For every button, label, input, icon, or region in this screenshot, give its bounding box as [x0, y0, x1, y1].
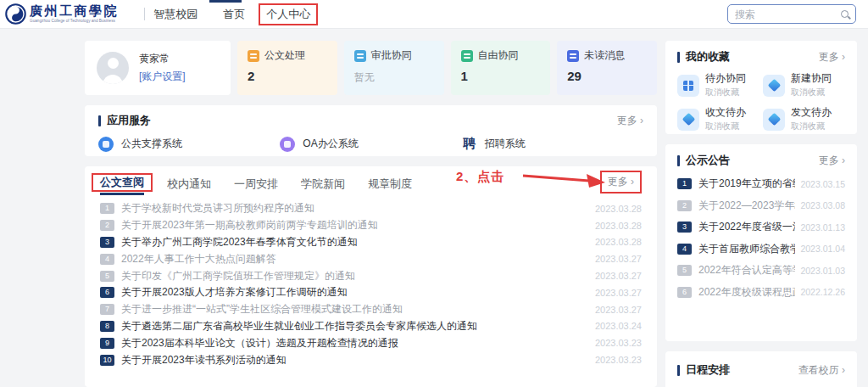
oa-office-icon: [280, 137, 295, 152]
search-icon[interactable]: [841, 10, 849, 18]
stat-unread-messages[interactable]: 未读消息 29: [557, 41, 657, 95]
list-item[interactable]: 8 关于遴选第二届广东省高校毕业生就业创业工作指导委员会专家库候选人的通知 20…: [100, 318, 642, 335]
list-item[interactable]: 1 关于学校新时代党员讲习所预约程序的通知 2023.03.28: [100, 200, 642, 217]
doc-date: 2023.03.28: [595, 204, 642, 214]
nav-personal-center[interactable]: 个人中心: [259, 3, 318, 25]
rank-badge: 4: [100, 254, 114, 265]
favorite-new-collab[interactable]: 新建协同 取消收藏: [763, 72, 845, 98]
tab-weekly-schedule[interactable]: 一周安排: [234, 169, 278, 196]
rank-badge: 9: [100, 338, 114, 349]
favorite-received-docs[interactable]: 收文待办 取消收藏: [677, 106, 760, 132]
rank-badge: 2: [100, 220, 114, 231]
favorite-sent-docs[interactable]: 发文待办 取消收藏: [763, 106, 845, 132]
service-oa-office[interactable]: OA办公系统: [280, 136, 461, 152]
stat-doc-processing[interactable]: 公文处理 2: [237, 41, 337, 95]
tab-rules[interactable]: 规章制度: [368, 169, 412, 196]
section-bar: [677, 365, 680, 376]
announcements-card: 公示公告 更多 1 关于2019年立项的省级质量工程... 2023.03.15…: [665, 144, 857, 341]
header-divider: [144, 8, 145, 20]
free-collab-icon: [461, 50, 473, 62]
doc-title: 关于举办广州工商学院2023年春季体育文化节的通知: [121, 235, 585, 250]
rank-badge: 5: [677, 265, 692, 276]
doc-title: 关于遴选第二届广东省高校毕业生就业创业工作指导委员会专家库候选人的通知: [121, 319, 585, 334]
doc-title: 关于开展2023年第一期高校教师岗前两学专题培训的通知: [121, 218, 585, 233]
list-item[interactable]: 4 2022年人事工作十大热点问题解答 2023.03.27: [100, 250, 642, 267]
list-item[interactable]: 9 关于2023届本科毕业论文（设计）选题及开题检查情况的通报 2023.03.…: [100, 334, 642, 351]
list-item[interactable]: 2 关于2022—2023学年校级大学... 2023.03.08: [677, 195, 845, 217]
favorites-more-link[interactable]: 更多: [819, 50, 845, 64]
tab-doc-review[interactable]: 公文查阅: [100, 168, 144, 195]
doc-list: 1 关于学校新时代党员讲习所预约程序的通知 2023.03.28 2 关于开展2…: [100, 200, 642, 368]
service-recruitment[interactable]: 聘 招聘系统: [462, 136, 643, 152]
doc-more-link[interactable]: 更多: [608, 176, 634, 188]
doc-title: 关于印发《广州工商学院值班工作管理规定》的通知: [121, 269, 585, 283]
favorite-label: 新建协同: [791, 72, 832, 85]
list-item[interactable]: 5 关于印发《广州工商学院值班工作管理规定》的通知 2023.03.27: [100, 267, 642, 284]
nav-home[interactable]: 首页: [220, 5, 248, 24]
announcement-date: 2023.01.03: [800, 266, 845, 276]
stat-approval[interactable]: 审批协同 暂无: [344, 41, 444, 95]
unfavorite-link[interactable]: 取消收藏: [705, 121, 746, 132]
doc-date: 2023.03.27: [595, 288, 642, 298]
stat-label: 自由协同: [478, 48, 519, 63]
doc-date: 2023.03.27: [595, 271, 642, 281]
rank-badge: 1: [100, 203, 114, 214]
doc-title: 关于开展2023版人才培养方案修订工作调研的通知: [121, 285, 585, 300]
avatar: [97, 52, 129, 84]
announcement-date: 2022.12.26: [800, 287, 845, 297]
sent-docs-icon: [763, 109, 785, 131]
list-item[interactable]: 10 关于开展2023年读书系列活动的通知 2023.03.23: [100, 351, 642, 368]
user-name: 黄家常: [139, 52, 186, 66]
stat-free-collab[interactable]: 自由协同 1: [451, 41, 551, 95]
doc-date: 2023.03.28: [595, 221, 642, 231]
main-nav: 首页 个人中心: [220, 3, 318, 25]
list-item[interactable]: 6 2022年度校级课程思政“四个一... 2022.12.26: [677, 282, 845, 304]
announcement-title: 关于2019年立项的省级质量工程...: [698, 177, 795, 191]
doc-tab-bar: 公文查阅 校内通知 一周安排 学院新闻 规章制度 2、点击 更多: [100, 166, 642, 198]
list-item[interactable]: 3 关于举办广州工商学院2023年春季体育文化节的通知 2023.03.28: [100, 234, 642, 251]
tab-campus-notice[interactable]: 校内通知: [167, 169, 211, 196]
tutorial-arrow-icon: [521, 170, 609, 190]
tab-college-news[interactable]: 学院新闻: [301, 169, 345, 196]
list-item[interactable]: 7 关于进一步推进“一站式”学生社区综合管理模式建设工作的通知 2023.03.…: [100, 301, 642, 318]
list-item[interactable]: 6 关于开展2023版人才培养方案修订工作调研的通知 2023.03.27: [100, 284, 642, 301]
list-item[interactable]: 3 关于2022年度省级一流本科课程... 2023.01.13: [677, 216, 845, 238]
view-calendar-link[interactable]: 查看校历: [798, 363, 845, 378]
recruitment-icon: 聘: [462, 136, 477, 152]
account-settings-link[interactable]: [账户设置]: [139, 70, 186, 84]
rank-badge: 4: [677, 244, 692, 255]
favorite-label: 收文待办: [705, 106, 746, 119]
doc-date: 2023.03.27: [595, 305, 642, 315]
service-label: 公共支撑系统: [121, 137, 182, 151]
favorites-card: 我的收藏 更多 待办协同 取消收藏 新建协同 取消收藏 收文待办 取消收藏 发文…: [665, 41, 857, 134]
tutorial-highlight-box: 公文查阅: [92, 173, 153, 192]
doc-title: 关于学校新时代党员讲习所预约程序的通知: [121, 201, 585, 216]
rank-badge: 6: [677, 287, 692, 298]
service-public-support[interactable]: 公共支撑系统: [98, 136, 280, 152]
todo-collab-icon: [677, 75, 699, 97]
favorite-todo-collab[interactable]: 待办协同 取消收藏: [677, 72, 760, 98]
doc-date: 2023.03.23: [595, 338, 642, 348]
stat-cards: 公文处理 2 审批协同 暂无 自由协同 1 未读消息 29: [237, 41, 657, 95]
app-services-more-link[interactable]: 更多: [617, 114, 643, 128]
announcement-title: 关于2022年度省级一流本科课程...: [698, 220, 795, 234]
tutorial-step-label: 2、点击: [456, 169, 504, 185]
unfavorite-link[interactable]: 取消收藏: [791, 87, 832, 98]
rank-badge: 7: [100, 304, 114, 315]
app-services-title: 应用服务: [107, 113, 617, 128]
list-item[interactable]: 4 关于首届教师综合教学大赛结果... 2023.01.04: [677, 238, 845, 261]
portal-label: 智慧校园: [153, 7, 198, 22]
list-item[interactable]: 1 关于2019年立项的省级质量工程... 2023.03.15: [677, 173, 845, 195]
app-services-card: 应用服务 更多 公共支撑系统 OA办公系统 聘 招聘系统: [85, 105, 657, 156]
announcement-list: 1 关于2019年立项的省级质量工程... 2023.03.15 2 关于202…: [677, 173, 845, 303]
search-input[interactable]: [735, 8, 841, 20]
doc-processing-icon: [248, 50, 259, 62]
list-item[interactable]: 2 关于开展2023年第一期高校教师岗前两学专题培训的通知 2023.03.28: [100, 217, 642, 234]
search-box[interactable]: [727, 4, 856, 24]
list-item[interactable]: 5 2022年符合认定高等学校教师资... 2023.01.03: [677, 260, 845, 282]
unfavorite-link[interactable]: 取消收藏: [705, 87, 746, 98]
unfavorite-link[interactable]: 取消收藏: [791, 121, 832, 132]
announcements-more-link[interactable]: 更多: [819, 154, 845, 168]
doc-title: 2022年人事工作十大热点问题解答: [121, 252, 585, 266]
right-sidebar: 我的收藏 更多 待办协同 取消收藏 新建协同 取消收藏 收文待办 取消收藏 发文…: [665, 41, 857, 387]
